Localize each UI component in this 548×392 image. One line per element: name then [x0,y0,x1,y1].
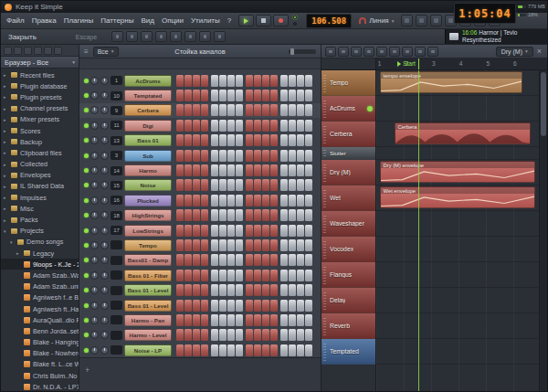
typing-keyboard-icon[interactable] [141,31,153,42]
step-cell[interactable] [262,209,269,221]
step-cell[interactable] [254,284,261,296]
step-cell[interactable] [289,270,296,281]
browser-item[interactable]: Agniwesh f..e Bana Kar [1,292,79,303]
step-cell[interactable] [270,225,278,237]
step-cell[interactable] [254,314,261,326]
step-cell[interactable] [289,90,296,101]
step-cell[interactable] [262,270,269,281]
step-cell[interactable] [201,284,208,296]
step-cell[interactable] [270,195,278,207]
step-cell[interactable] [236,104,243,116]
step-cell[interactable] [246,75,253,87]
step-cell[interactable] [262,150,269,162]
step-cell[interactable] [280,344,288,356]
step-cell[interactable] [184,104,192,116]
step-cell[interactable] [201,225,208,237]
pan-knob[interactable] [90,331,99,339]
step-cell[interactable] [219,209,227,221]
step-cell[interactable] [219,104,227,116]
wait-for-input-icon[interactable] [170,31,182,42]
step-cell[interactable] [246,179,253,191]
mixer-route-badge[interactable]: 14 [111,166,122,175]
step-cell[interactable] [246,150,253,162]
step-cell[interactable] [297,195,304,207]
step-cell[interactable] [184,120,192,132]
step-cell[interactable] [246,209,253,221]
stop-button[interactable] [256,15,271,26]
channel-mute-led[interactable] [84,303,89,308]
step-cell[interactable] [211,344,218,356]
step-cell[interactable] [193,314,200,326]
browser-header[interactable]: Браузер - Все ▾ [1,57,79,69]
step-cell[interactable] [246,134,253,146]
step-cell[interactable] [305,179,312,191]
step-cell[interactable] [211,195,218,207]
step-cell[interactable] [176,195,184,207]
step-cell[interactable] [297,209,304,221]
step-cell[interactable] [254,120,261,132]
step-cell[interactable] [270,344,278,356]
step-cell[interactable] [280,120,288,132]
channel-button[interactable]: HighStrings [124,209,172,221]
step-cell[interactable] [227,195,235,207]
pan-knob[interactable] [90,241,99,249]
channel-button[interactable]: Bass 01 - Level [124,300,172,312]
channel-mute-led[interactable] [84,168,89,173]
volume-knob[interactable] [100,302,109,310]
step-cell[interactable] [193,239,200,251]
step-cell[interactable] [211,300,218,312]
pan-knob[interactable] [90,77,99,85]
step-cell[interactable] [262,164,269,176]
step-cell[interactable] [211,90,218,101]
step-cell[interactable] [193,134,200,146]
channel-button[interactable]: Noise [124,179,172,191]
step-cell[interactable] [246,329,253,341]
slice-tool-button[interactable] [402,47,413,57]
step-cell[interactable] [246,284,253,296]
step-cell[interactable] [176,344,184,356]
step-cell[interactable] [201,195,208,207]
step-cell[interactable] [211,104,218,116]
pan-knob[interactable] [90,106,99,114]
step-cell[interactable] [227,344,235,356]
step-cell[interactable] [201,75,208,87]
step-cell[interactable] [254,344,261,356]
channel-button[interactable]: Harmo - Level [124,329,172,341]
step-cell[interactable] [193,254,200,266]
browser-item[interactable]: ▸Scores [1,125,79,136]
step-cell[interactable] [236,195,243,207]
browser-item[interactable]: ▸Plugin database [1,80,79,91]
step-cell[interactable] [289,314,296,326]
channel-button[interactable]: Bass 01 [124,134,172,146]
step-cell[interactable] [227,164,235,176]
step-cell[interactable] [289,75,296,87]
step-cell[interactable] [219,314,227,326]
step-cell[interactable] [270,104,278,116]
volume-knob[interactable] [100,152,109,160]
step-cell[interactable] [297,254,304,266]
step-cell[interactable] [289,150,296,162]
step-cell[interactable] [270,134,278,146]
track-lane[interactable] [376,96,539,122]
track-lane[interactable]: tempo envelope [376,70,539,96]
paint-tool-button[interactable] [351,47,362,57]
step-cell[interactable] [270,90,278,101]
channel-button[interactable]: Bass01 - Damp [124,254,172,266]
channel-mute-led[interactable] [84,108,89,112]
track-lane[interactable] [376,211,539,237]
step-cell[interactable] [236,225,243,237]
step-cell[interactable] [305,120,312,132]
step-cell[interactable] [219,300,227,312]
step-cell[interactable] [305,104,312,116]
step-cell[interactable] [280,254,288,266]
step-cell[interactable] [184,150,192,162]
mixer-route-badge[interactable]: 15 [111,181,122,190]
track-lane[interactable]: Cerbera [376,122,539,147]
step-cell[interactable] [219,284,227,296]
step-cell[interactable] [270,209,278,221]
countdown-icon[interactable] [184,31,196,42]
mute-tool-button[interactable] [376,47,387,57]
step-cell[interactable] [236,284,243,296]
step-cell[interactable] [236,75,243,87]
volume-knob[interactable] [100,286,109,294]
